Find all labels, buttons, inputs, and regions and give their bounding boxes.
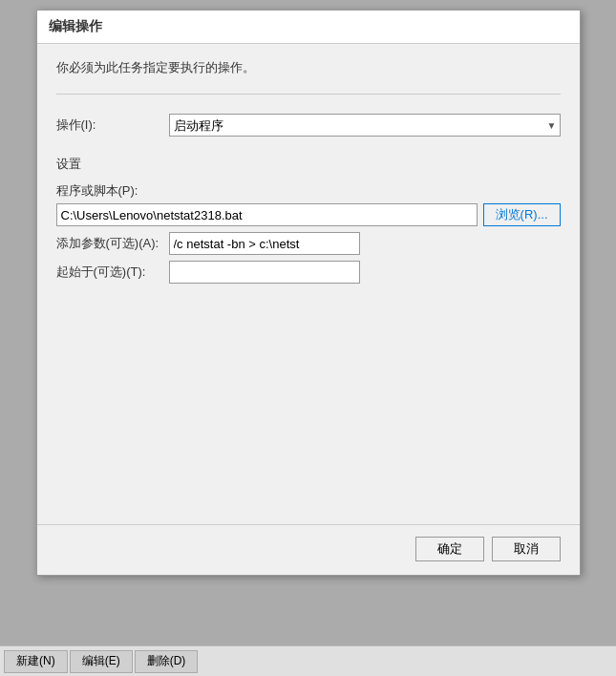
add-args-input[interactable] xyxy=(169,232,360,255)
delete-button[interactable]: 删除(D) xyxy=(135,650,199,673)
settings-title: 设置 xyxy=(56,156,561,173)
ok-button[interactable]: 确定 xyxy=(415,537,484,561)
action-select-wrapper[interactable]: 启动程序 发送电子邮件 显示消息 ▼ xyxy=(169,114,561,137)
start-in-row: 起始于(可选)(T): xyxy=(56,261,561,284)
program-row: 浏览(R)... xyxy=(56,203,561,226)
bottom-bar: 确定 取消 xyxy=(37,524,580,575)
edit-action-dialog: 编辑操作 你必须为此任务指定要执行的操作。 操作(I): 启动程序 发送电子邮件… xyxy=(36,10,581,576)
cancel-button[interactable]: 取消 xyxy=(492,537,561,561)
settings-group: 设置 程序或脚本(P): 浏览(R)... 添加参数(可选)(A): xyxy=(56,156,561,287)
action-label: 操作(I): xyxy=(56,116,161,134)
new-button[interactable]: 新建(N) xyxy=(4,650,68,673)
description-text: 你必须为此任务指定要执行的操作。 xyxy=(56,59,561,76)
dialog-wrapper: 编辑操作 你必须为此任务指定要执行的操作。 操作(I): 启动程序 发送电子邮件… xyxy=(0,0,616,676)
action-select[interactable]: 启动程序 发送电子邮件 显示消息 xyxy=(169,114,561,137)
start-in-input[interactable] xyxy=(169,261,360,284)
add-args-label: 添加参数(可选)(A): xyxy=(56,235,161,252)
divider xyxy=(56,94,561,95)
action-row: 操作(I): 启动程序 发送电子邮件 显示消息 ▼ xyxy=(56,114,561,137)
program-input[interactable] xyxy=(56,203,478,226)
start-in-label: 起始于(可选)(T): xyxy=(56,264,161,281)
dialog-body: 你必须为此任务指定要执行的操作。 操作(I): 启动程序 发送电子邮件 显示消息… xyxy=(37,44,580,524)
taskbar-bottom: 新建(N) 编辑(E) 删除(D) xyxy=(0,645,616,676)
body-spacer xyxy=(56,299,561,509)
add-args-row: 添加参数(可选)(A): xyxy=(56,232,561,255)
dialog-title: 编辑操作 xyxy=(49,18,102,33)
program-label: 程序或脚本(P): xyxy=(56,182,561,200)
browse-button[interactable]: 浏览(R)... xyxy=(483,203,561,226)
dialog-titlebar: 编辑操作 xyxy=(37,11,580,44)
edit-button[interactable]: 编辑(E) xyxy=(70,650,133,673)
